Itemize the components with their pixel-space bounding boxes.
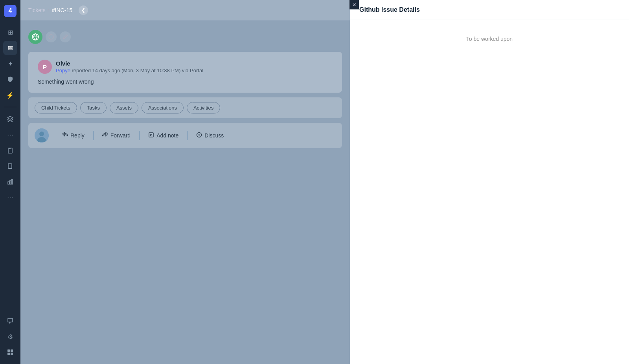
reported-text: reported 14 days ago (Mon, 3 May at 10:3… (72, 68, 204, 73)
discuss-label: Discuss (204, 132, 224, 139)
close-button[interactable]: ✕ (349, 0, 359, 9)
main-area: Tickets › #INC-15 ❮ P Olv (20, 0, 350, 364)
dashboard-icon[interactable]: ⊞ (3, 25, 17, 39)
svg-rect-6 (7, 353, 10, 355)
tab-activities[interactable]: Activities (187, 102, 220, 113)
svg-rect-4 (7, 349, 10, 352)
book-icon[interactable] (3, 159, 17, 173)
ticket-meta: Popye reported 14 days ago (Mon, 3 May a… (56, 68, 203, 73)
svg-rect-13 (149, 133, 153, 137)
tabs-row: Child Tickets Tasks Assets Associations … (28, 97, 342, 118)
reply-toolbar: Reply Forward Add note Dis (28, 123, 342, 148)
reporter-name[interactable]: Popye (56, 68, 70, 73)
breadcrumb-current: #INC-15 (52, 7, 72, 13)
shield-icon[interactable] (3, 72, 17, 86)
svg-rect-5 (11, 349, 13, 352)
add-note-label: Add note (156, 132, 178, 139)
layers-icon[interactable] (3, 112, 17, 126)
tab-assets[interactable]: Assets (110, 102, 138, 113)
forward-button[interactable]: Forward (95, 129, 138, 142)
right-panel-title: Github Issue Details (350, 0, 629, 20)
edit-icon[interactable] (46, 31, 57, 42)
discuss-icon (196, 132, 202, 139)
svg-rect-7 (11, 353, 13, 355)
more-icon-2[interactable]: ⋯ (3, 190, 17, 205)
breadcrumb: Tickets › #INC-15 (28, 7, 72, 13)
right-panel: ✕ Github Issue Details To be worked upon (350, 0, 629, 364)
reply-avatar (35, 128, 49, 143)
right-panel-body: To be worked upon (350, 20, 629, 364)
tickets-icon[interactable]: ✉ (3, 41, 17, 55)
forward-label: Forward (110, 132, 131, 139)
action-divider-1 (93, 131, 94, 140)
chat-icon[interactable] (3, 314, 17, 328)
content-scroll: P Olvie Popye reported 14 days ago (Mon,… (20, 20, 350, 364)
tab-tasks[interactable]: Tasks (80, 102, 107, 113)
svg-rect-3 (11, 179, 13, 184)
more-icon[interactable]: ⋯ (3, 128, 17, 142)
action-divider-3 (187, 131, 188, 140)
clipboard-icon[interactable] (3, 143, 17, 157)
ticket-message: Something went wrong (38, 79, 333, 85)
reply-icon (62, 132, 68, 139)
avatar: P (38, 60, 52, 74)
chart-icon[interactable] (3, 175, 17, 189)
settings-icon[interactable]: ⚙ (3, 329, 17, 344)
tab-associations[interactable]: Associations (142, 102, 184, 113)
svg-rect-1 (8, 182, 9, 184)
lightning-icon[interactable]: ⚡ (3, 88, 17, 102)
topbar: Tickets › #INC-15 ❮ (20, 0, 350, 20)
bug-icon[interactable]: ✦ (3, 57, 17, 71)
breadcrumb-tickets[interactable]: Tickets (28, 7, 46, 13)
ticket-header-row (28, 27, 342, 47)
right-panel-body-text: To be worked upon (466, 36, 513, 42)
ticket-author: Olvie (56, 60, 203, 67)
sidebar-bottom: ⚙ (3, 314, 17, 359)
svg-point-12 (39, 132, 44, 136)
pencil-icon[interactable] (60, 31, 71, 42)
svg-rect-2 (10, 181, 11, 184)
app-logo: 4 (4, 5, 17, 17)
add-note-button[interactable]: Add note (141, 129, 186, 142)
note-icon (148, 132, 154, 139)
breadcrumb-separator: › (48, 7, 50, 13)
sidebar: 4 ⊞ ✉ ✦ ⚡ ⋯ ⋯ ⚙ (0, 0, 20, 364)
sidebar-divider (4, 107, 17, 107)
reply-button[interactable]: Reply (55, 129, 92, 142)
apps-icon[interactable] (3, 345, 17, 359)
collapse-button[interactable]: ❮ (79, 5, 88, 15)
ticket-reporter: P Olvie Popye reported 14 days ago (Mon,… (38, 60, 333, 74)
svg-point-10 (49, 35, 53, 39)
forward-icon (102, 132, 108, 139)
discuss-button[interactable]: Discuss (189, 129, 231, 142)
ticket-card: P Olvie Popye reported 14 days ago (Mon,… (28, 52, 342, 93)
globe-icon[interactable] (28, 30, 42, 44)
tab-child-tickets[interactable]: Child Tickets (35, 102, 77, 113)
reply-label: Reply (70, 132, 85, 139)
action-divider-2 (139, 131, 140, 140)
